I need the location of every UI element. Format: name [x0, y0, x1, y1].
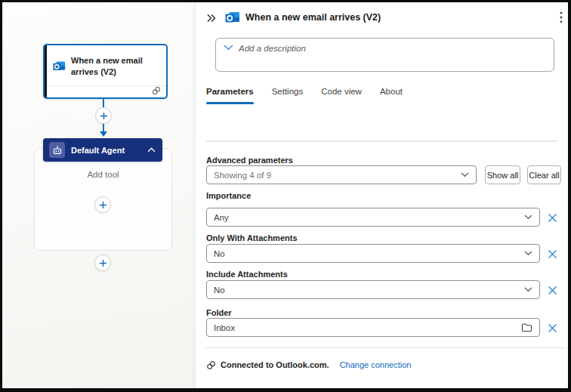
- agent-icon: [49, 142, 65, 158]
- tab-bar: Parameters Settings Code view About: [206, 85, 403, 104]
- show-all-button[interactable]: Show all: [485, 165, 520, 184]
- connection-status-text: Connected to Outlook.com.: [221, 360, 329, 369]
- advanced-parameters-dropdown[interactable]: Showing 4 of 9: [206, 165, 477, 184]
- connector-arrowhead: [100, 131, 107, 137]
- tab-settings[interactable]: Settings: [272, 85, 304, 104]
- include-attachments-dropdown[interactable]: No: [206, 280, 540, 299]
- clear-all-button[interactable]: Clear all: [527, 165, 561, 184]
- trigger-card[interactable]: When a new email arrives (V2): [43, 44, 168, 99]
- outlook-icon: [53, 60, 66, 73]
- description-input[interactable]: Add a description: [215, 38, 554, 72]
- description-placeholder: Add a description: [239, 44, 306, 53]
- chevron-down-icon: [461, 172, 469, 177]
- close-icon: [548, 286, 557, 295]
- add-tool-label: Add tool: [34, 170, 172, 179]
- close-icon: [548, 213, 557, 223]
- flow-canvas[interactable]: When a new email arrives (V2): [2, 2, 195, 388]
- remove-importance-button[interactable]: [546, 211, 558, 224]
- plus-icon: [100, 112, 108, 120]
- tab-about[interactable]: About: [380, 85, 403, 104]
- remove-only-with-attachments-button[interactable]: [546, 248, 558, 260]
- agent-title: Default Agent: [71, 146, 147, 155]
- footer-divider: [205, 347, 566, 348]
- remove-include-attachments-button[interactable]: [546, 284, 558, 296]
- insert-step-button[interactable]: [95, 107, 112, 124]
- chevron-down-icon: [524, 215, 532, 220]
- only-with-attachments-dropdown[interactable]: No: [206, 244, 540, 263]
- chevron-down-icon[interactable]: [224, 45, 233, 51]
- app-window: When a new email arrives (V2): [0, 0, 571, 392]
- add-action-button[interactable]: [94, 255, 111, 271]
- add-tool-button[interactable]: [94, 196, 111, 213]
- section-divider: [206, 140, 558, 142]
- panel-header: When a new email arrives (V2): [196, 8, 569, 29]
- more-options-icon[interactable]: [554, 11, 568, 24]
- chevron-down-icon: [524, 251, 532, 256]
- change-connection-link[interactable]: Change connection: [340, 360, 412, 369]
- connection-footer: Connected to Outlook.com. Change connect…: [206, 359, 411, 371]
- connection-icon: [152, 86, 161, 95]
- chevron-down-icon: [524, 287, 532, 292]
- include-attachments-label: Include Attachments: [206, 270, 288, 279]
- chevron-up-icon[interactable]: [147, 147, 156, 153]
- details-panel: When a new email arrives (V2) Add a desc…: [195, 2, 569, 388]
- tab-code-view[interactable]: Code view: [321, 85, 362, 104]
- trigger-card-footer: [47, 85, 166, 97]
- folder-icon[interactable]: [521, 323, 532, 332]
- plus-icon: [99, 259, 107, 267]
- panel-title: When a new email arrives (V2): [245, 12, 381, 23]
- close-icon: [548, 249, 557, 259]
- only-with-attachments-label: Only With Attachments: [206, 233, 298, 242]
- remove-folder-button[interactable]: [546, 322, 558, 334]
- folder-label: Folder: [206, 308, 232, 317]
- trigger-title: When a new email arrives (V2): [71, 55, 159, 78]
- connection-icon: [206, 360, 216, 370]
- tab-parameters[interactable]: Parameters: [206, 85, 254, 104]
- folder-input[interactable]: Inbox: [206, 318, 540, 337]
- advanced-parameters-label: Advanced parameters: [206, 156, 293, 165]
- importance-label: Importance: [206, 191, 251, 200]
- outlook-icon: [225, 10, 240, 25]
- importance-dropdown[interactable]: Any: [206, 208, 540, 227]
- agent-header[interactable]: Default Agent: [43, 138, 162, 162]
- plus-icon: [99, 201, 107, 209]
- close-icon: [548, 323, 557, 333]
- collapse-panel-icon[interactable]: [206, 13, 217, 23]
